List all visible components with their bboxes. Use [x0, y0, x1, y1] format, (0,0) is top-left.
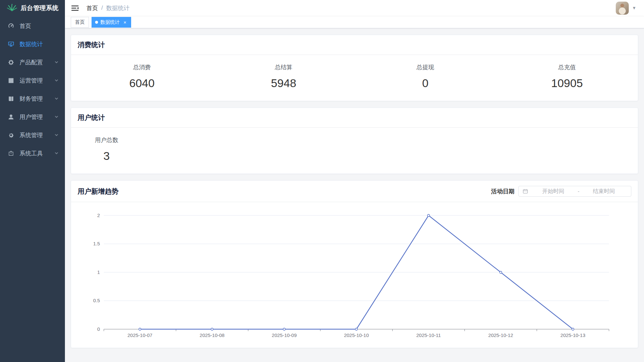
sidebar-item-tools[interactable]: 系统工具 [0, 144, 65, 162]
calendar-icon [523, 188, 528, 194]
plant-logo-icon [6, 3, 18, 13]
stat-value: 10905 [496, 77, 638, 90]
sidebar-item-finance[interactable]: 财务管理 [0, 90, 65, 108]
stat-total-users: 用户总数 3 [71, 136, 142, 162]
sidebar-item-label: 产品配置 [19, 58, 43, 66]
ledger-icon [8, 95, 15, 102]
date-filter-label: 活动日期 [491, 187, 514, 195]
user-trend-line-chart: 00.511.522025-10-072025-10-082025-10-092… [78, 204, 631, 344]
tab-home[interactable]: 首页 [71, 17, 89, 28]
svg-text:0.5: 0.5 [93, 298, 100, 303]
svg-text:2025-10-12: 2025-10-12 [488, 332, 513, 338]
svg-text:1: 1 [97, 269, 100, 275]
active-dot-icon [95, 21, 98, 24]
stat-value: 0 [354, 77, 496, 90]
date-range-separator: - [576, 188, 581, 194]
stat-total-recharge: 总充值 10905 [496, 63, 638, 90]
chevron-down-icon [55, 77, 58, 84]
card-title: 用户统计 [78, 113, 105, 122]
tab-close-icon[interactable]: × [122, 19, 128, 25]
sidebar-item-home[interactable]: 首页 [0, 17, 65, 35]
main-area: 首页 / 数据统计 ▼ 首页 数据统计 × 消费统计 总消费 6 [65, 0, 644, 362]
svg-text:2025-10-08: 2025-10-08 [200, 332, 225, 338]
page-content: 消费统计 总消费 6040 总结算 5948 总提现 0 总充值 10905 [65, 28, 644, 362]
app-logo: 后台管理系统 [0, 0, 65, 16]
consume-card-header: 消费统计 [71, 35, 638, 55]
sidebar-item-label: 系统管理 [19, 131, 43, 139]
user-stats-row: 用户总数 3 [71, 128, 638, 174]
chevron-down-icon [55, 114, 58, 121]
card-title: 用户新增趋势 [78, 187, 118, 196]
svg-text:2025-10-13: 2025-10-13 [561, 332, 586, 338]
sidebar-item-label: 数据统计 [19, 40, 43, 48]
stat-value: 6040 [71, 77, 213, 90]
chart-container: 00.511.522025-10-072025-10-082025-10-092… [71, 202, 638, 348]
card-title: 消费统计 [78, 40, 105, 49]
chevron-down-icon [55, 132, 58, 139]
tabs-bar: 首页 数据统计 × [65, 16, 644, 28]
sidebar-item-label: 用户管理 [19, 113, 43, 121]
stat-label: 总提现 [354, 63, 496, 71]
user-trend-card: 用户新增趋势 活动日期 开始时间 - 结束时间 00.511.522025-10… [71, 180, 638, 348]
start-date-placeholder[interactable]: 开始时间 [530, 187, 576, 195]
user-card-header: 用户统计 [71, 108, 638, 128]
top-navbar: 首页 / 数据统计 ▼ [65, 0, 644, 16]
sidebar-item-label: 运营管理 [19, 77, 43, 84]
svg-text:2025-10-07: 2025-10-07 [128, 332, 153, 338]
stat-total-consume: 总消费 6040 [71, 63, 213, 90]
chevron-down-icon [55, 96, 58, 102]
trend-card-header: 用户新增趋势 活动日期 开始时间 - 结束时间 [71, 181, 638, 202]
sidebar: 后台管理系统 首页 数据统计 产品配置 运营管理 [0, 0, 65, 362]
sidebar-item-data-stats[interactable]: 数据统计 [0, 35, 65, 53]
chevron-down-icon [55, 150, 58, 157]
sidebar-item-label: 系统工具 [19, 149, 43, 157]
dashboard-icon [8, 22, 15, 30]
sidebar-menu: 首页 数据统计 产品配置 运营管理 财务管理 [0, 17, 65, 162]
stat-total-settle: 总结算 5948 [213, 63, 355, 90]
user-avatar[interactable] [616, 2, 629, 15]
stat-value: 5948 [213, 77, 355, 90]
svg-text:2: 2 [97, 213, 100, 218]
chart-icon [8, 41, 15, 48]
user-stats-card: 用户统计 用户总数 3 [71, 108, 638, 174]
sidebar-item-users[interactable]: 用户管理 [0, 108, 65, 126]
sidebar-item-product-config[interactable]: 产品配置 [0, 53, 65, 71]
svg-text:2025-10-10: 2025-10-10 [344, 332, 369, 338]
date-range-input[interactable]: 开始时间 - 结束时间 [518, 186, 631, 197]
stat-value: 3 [71, 149, 142, 162]
end-date-placeholder[interactable]: 结束时间 [581, 187, 627, 195]
stat-label: 总充值 [496, 63, 638, 71]
user-icon [8, 113, 15, 121]
settings-icon [8, 132, 15, 139]
consume-stats-row: 总消费 6040 总结算 5948 总提现 0 总充值 10905 [71, 55, 638, 101]
gear-icon [8, 59, 15, 66]
svg-text:0: 0 [97, 326, 100, 332]
stat-label: 用户总数 [71, 136, 142, 144]
tab-data-stats[interactable]: 数据统计 × [92, 17, 131, 28]
stat-total-withdraw: 总提现 0 [354, 63, 496, 90]
stat-label: 总结算 [213, 63, 355, 71]
sidebar-item-system[interactable]: 系统管理 [0, 126, 65, 144]
grid-icon [8, 77, 15, 84]
sidebar-item-label: 财务管理 [19, 95, 43, 103]
breadcrumb-current: 数据统计 [106, 4, 130, 12]
svg-text:2025-10-11: 2025-10-11 [416, 332, 441, 338]
date-filter: 活动日期 开始时间 - 结束时间 [491, 186, 631, 197]
sidebar-item-operations[interactable]: 运营管理 [0, 71, 65, 90]
breadcrumb-home[interactable]: 首页 [86, 4, 98, 12]
svg-text:2025-10-09: 2025-10-09 [272, 332, 297, 338]
breadcrumb-separator: / [101, 5, 103, 11]
tab-label: 首页 [75, 19, 85, 25]
caret-down-icon[interactable]: ▼ [632, 6, 636, 10]
tab-label: 数据统计 [100, 19, 120, 25]
sidebar-item-label: 首页 [19, 22, 31, 30]
stat-label: 总消费 [71, 63, 213, 71]
consume-stats-card: 消费统计 总消费 6040 总结算 5948 总提现 0 总充值 10905 [71, 35, 638, 101]
app-title: 后台管理系统 [21, 4, 59, 12]
sidebar-collapse-icon[interactable] [71, 4, 79, 12]
breadcrumb: 首页 / 数据统计 [86, 4, 130, 12]
toolbox-icon [8, 150, 15, 157]
chevron-down-icon [55, 59, 58, 66]
svg-text:1.5: 1.5 [93, 241, 100, 246]
